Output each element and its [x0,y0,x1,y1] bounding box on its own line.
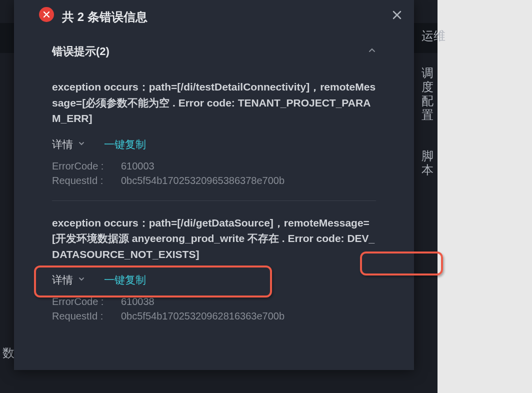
request-id-label: RequestId : [52,175,111,186]
request-id-value: 0bc5f54b17025320962816363e700b [121,310,284,322]
section-header[interactable]: 错误提示(2) [52,44,376,59]
expand-icon[interactable] [78,140,85,149]
request-id-label: RequestId : [52,310,111,322]
details-toggle-label[interactable]: 详情 [52,273,73,287]
error-item: exception occurs：path=[/di/testDetailCon… [52,79,376,186]
dialog-title: 共 2 条错误信息 [62,9,148,25]
bg-text: 置 [422,107,434,123]
error-code-value: 610003 [121,160,154,172]
bg-text: 运维 [422,28,446,44]
error-code-row: ErrorCode : 610003 [52,160,376,172]
request-id-value: 0bc5f54b17025320965386378e700b [121,175,284,186]
close-button[interactable] [391,9,403,21]
bg-text: 本 [422,162,434,178]
error-icon [39,7,54,22]
error-message: exception occurs：path=[/di/testDetailCon… [52,79,376,126]
error-code-row: ErrorCode : 610038 [52,296,376,308]
details-row: 详情 一键复制 [52,273,376,287]
divider [52,200,376,201]
dialog-header: 共 2 条错误信息 [14,0,414,34]
dialog-body: 错误提示(2) exception occurs：path=[/di/testD… [14,34,414,322]
details-row: 详情 一键复制 [52,138,376,152]
collapse-icon[interactable] [368,46,376,56]
details-toggle-label[interactable]: 详情 [52,138,73,152]
expand-icon[interactable] [78,276,85,284]
error-code-label: ErrorCode : [52,160,111,172]
error-message: exception occurs：path=[/di/getDataSource… [52,215,376,262]
request-id-row: RequestId : 0bc5f54b17025320962816363e70… [52,310,376,322]
section-title: 错误提示(2) [52,44,110,59]
error-code-label: ErrorCode : [52,296,111,308]
close-icon [392,10,402,20]
copy-button[interactable]: 一键复制 [104,273,146,287]
error-code-value: 610038 [121,296,154,308]
request-id-row: RequestId : 0bc5f54b17025320965386378e70… [52,175,376,186]
copy-button[interactable]: 一键复制 [104,138,146,152]
error-dialog: 共 2 条错误信息 错误提示(2) exception occurs：path=… [14,0,414,370]
error-item: exception occurs：path=[/di/getDataSource… [52,215,376,322]
